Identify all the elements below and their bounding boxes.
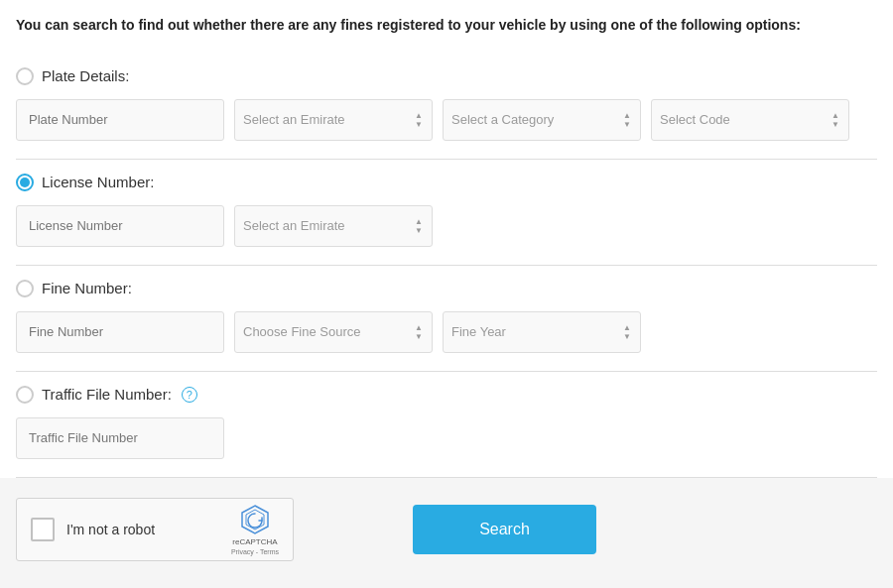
fine-number-section: Fine Number: Choose Fine Source ▲ ▼ Fine… xyxy=(16,266,877,372)
fine-header: Fine Number: xyxy=(16,280,877,297)
license-header: License Number: xyxy=(16,174,877,191)
plate-label: Plate Details: xyxy=(42,67,129,84)
license-radio[interactable] xyxy=(16,174,34,191)
bottom-section: I'm not a robot reCAPTCHA Privacy - Term… xyxy=(0,478,893,581)
plate-number-wrapper xyxy=(16,99,224,141)
license-label: License Number: xyxy=(42,174,154,190)
traffic-number-wrapper xyxy=(16,417,224,459)
plate-emirate-wrapper: Select an Emirate ▲ ▼ xyxy=(234,99,433,141)
license-emirate-select[interactable]: Select an Emirate xyxy=(234,205,433,247)
traffic-radio[interactable] xyxy=(16,386,34,404)
fine-fields-row: Choose Fine Source ▲ ▼ Fine Year ▲ ▼ xyxy=(16,311,877,353)
traffic-label: Traffic File Number: xyxy=(42,386,172,403)
recaptcha-logo-area: reCAPTCHA Privacy - Terms xyxy=(231,504,279,555)
search-button[interactable]: Search xyxy=(413,505,596,554)
fine-year-select[interactable]: Fine Year xyxy=(443,311,641,353)
license-number-wrapper xyxy=(16,205,224,247)
plate-code-select[interactable]: Select Code xyxy=(651,99,849,141)
fine-source-select[interactable]: Choose Fine Source xyxy=(234,311,433,353)
recaptcha-label: I'm not a robot xyxy=(66,522,219,537)
recaptcha-logo-icon xyxy=(239,504,271,535)
plate-category-wrapper: Select a Category ▲ ▼ xyxy=(443,99,641,141)
intro-text: You can search to find out whether there… xyxy=(16,16,877,36)
traffic-help-icon[interactable]: ? xyxy=(182,387,197,403)
plate-emirate-select[interactable]: Select an Emirate xyxy=(234,99,433,141)
fine-number-wrapper xyxy=(16,311,224,353)
page-container: You can search to find out whether there… xyxy=(0,0,893,478)
plate-radio[interactable] xyxy=(16,67,34,85)
recaptcha-brand-text: reCAPTCHA xyxy=(232,537,277,546)
recaptcha-checkbox[interactable] xyxy=(31,518,55,541)
traffic-number-input[interactable] xyxy=(16,417,224,459)
fine-source-wrapper: Choose Fine Source ▲ ▼ xyxy=(234,311,433,353)
fine-year-wrapper: Fine Year ▲ ▼ xyxy=(443,311,641,353)
license-emirate-wrapper: Select an Emirate ▲ ▼ xyxy=(234,205,433,247)
traffic-header: Traffic File Number: ? xyxy=(16,386,877,404)
license-number-section: License Number: Select an Emirate ▲ ▼ xyxy=(16,160,877,266)
fine-label: Fine Number: xyxy=(42,280,132,296)
fine-number-input[interactable] xyxy=(16,311,224,353)
plate-number-input[interactable] xyxy=(16,99,224,141)
plate-details-section: Plate Details: Select an Emirate ▲ ▼ Sel… xyxy=(16,54,877,160)
traffic-fields-row xyxy=(16,417,877,459)
plate-category-select[interactable]: Select a Category xyxy=(443,99,641,141)
fine-radio[interactable] xyxy=(16,280,34,297)
license-fields-row: Select an Emirate ▲ ▼ xyxy=(16,205,877,247)
plate-code-wrapper: Select Code ▲ ▼ xyxy=(651,99,849,141)
plate-details-header: Plate Details: xyxy=(16,67,877,85)
plate-fields-row: Select an Emirate ▲ ▼ Select a Category … xyxy=(16,99,877,141)
recaptcha-links: Privacy - Terms xyxy=(231,548,279,555)
recaptcha-box: I'm not a robot reCAPTCHA Privacy - Term… xyxy=(16,498,294,561)
license-number-input[interactable] xyxy=(16,205,224,247)
traffic-section: Traffic File Number: ? xyxy=(16,372,877,478)
